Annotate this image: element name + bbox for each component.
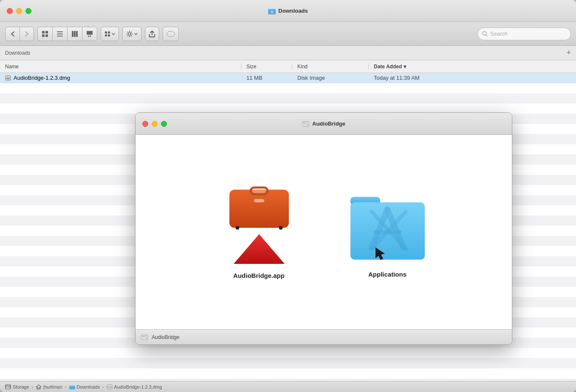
svg-point-27 bbox=[127, 31, 128, 32]
list-view-button[interactable] bbox=[52, 27, 67, 41]
dmg-window-title: AudioBridge bbox=[302, 120, 345, 127]
svg-point-22 bbox=[128, 33, 131, 35]
dmg-disk-icon bbox=[302, 121, 310, 127]
svg-point-24 bbox=[129, 36, 130, 36]
svg-rect-21 bbox=[108, 34, 110, 36]
svg-text:↓: ↓ bbox=[271, 11, 273, 14]
search-box[interactable]: Search bbox=[477, 28, 571, 40]
column-view-button[interactable] bbox=[67, 27, 82, 41]
col-header-date-added[interactable]: Date Added ▾ bbox=[369, 64, 576, 70]
group-sort-button[interactable] bbox=[101, 27, 119, 41]
forward-icon bbox=[25, 31, 29, 37]
svg-rect-5 bbox=[42, 31, 45, 34]
svg-point-23 bbox=[129, 31, 130, 31]
col-header-name[interactable]: Name bbox=[0, 64, 241, 70]
breadcrumb-dmg[interactable]: DMG AudioBridge-1.2.3.dmg bbox=[107, 384, 162, 389]
path-bar-label: Downloads bbox=[5, 50, 30, 56]
audiobridge-app-item[interactable]: AudioBridge.app bbox=[221, 185, 297, 279]
finder-close-button[interactable] bbox=[7, 8, 13, 14]
dmg-icon-sm: DMG bbox=[107, 384, 113, 389]
finder-title-bar: ↓ Downloads bbox=[0, 0, 576, 22]
dmg-close-button[interactable] bbox=[142, 121, 148, 127]
svg-line-33 bbox=[486, 35, 487, 36]
svg-point-48 bbox=[308, 124, 309, 125]
dmg-maximize-button[interactable] bbox=[161, 121, 167, 127]
add-button[interactable]: + bbox=[566, 48, 571, 57]
dmg-content: AudioBridge.app bbox=[136, 135, 512, 329]
list-view-icon bbox=[56, 31, 63, 37]
svg-rect-16 bbox=[88, 36, 89, 37]
dmg-footer-label: AudioBridge bbox=[152, 334, 179, 340]
storage-icon bbox=[5, 384, 11, 389]
share-icon bbox=[149, 30, 155, 38]
finder-toolbar: Search bbox=[0, 22, 576, 46]
svg-point-25 bbox=[127, 33, 127, 34]
icon-view-button[interactable] bbox=[37, 27, 52, 41]
gear-icon bbox=[126, 31, 133, 37]
svg-marker-56 bbox=[234, 234, 285, 264]
svg-rect-67 bbox=[141, 335, 148, 340]
breadcrumb-sep-2: › bbox=[65, 384, 67, 389]
gallery-view-button[interactable] bbox=[82, 27, 97, 41]
svg-marker-39 bbox=[36, 385, 41, 389]
dmg-traffic-lights bbox=[142, 121, 167, 127]
dmg-window: AudioBridge bbox=[135, 112, 512, 345]
finder-minimize-button[interactable] bbox=[16, 8, 22, 14]
svg-rect-19 bbox=[108, 31, 110, 34]
svg-rect-17 bbox=[90, 36, 91, 37]
svg-point-30 bbox=[127, 35, 128, 36]
applications-folder-item[interactable]: Applications bbox=[348, 186, 427, 278]
breadcrumb-user[interactable]: jhurliman bbox=[36, 384, 62, 390]
svg-point-29 bbox=[131, 31, 132, 32]
svg-rect-20 bbox=[105, 34, 107, 36]
svg-rect-8 bbox=[45, 34, 48, 37]
breadcrumb-storage[interactable]: Storage bbox=[5, 384, 29, 389]
svg-rect-11 bbox=[57, 36, 63, 36]
svg-rect-70 bbox=[142, 336, 144, 337]
dmg-footer: AudioBridge bbox=[136, 329, 512, 344]
svg-rect-12 bbox=[72, 31, 73, 37]
home-icon bbox=[36, 384, 42, 390]
search-icon bbox=[482, 31, 488, 36]
svg-rect-6 bbox=[45, 31, 48, 34]
svg-point-26 bbox=[132, 33, 133, 34]
svg-rect-53 bbox=[254, 199, 264, 202]
svg-rect-10 bbox=[57, 34, 63, 34]
svg-rect-9 bbox=[57, 31, 63, 32]
dmg-file-icon: DMG bbox=[5, 75, 11, 81]
svg-point-38 bbox=[9, 387, 10, 388]
svg-rect-15 bbox=[87, 31, 93, 35]
svg-rect-31 bbox=[167, 31, 175, 36]
finder-traffic-lights bbox=[7, 8, 31, 14]
breadcrumb-downloads[interactable]: Downloads bbox=[69, 384, 100, 390]
file-date-cell: Today at 11:39 AM bbox=[369, 75, 576, 81]
dmg-minimize-button[interactable] bbox=[152, 121, 158, 127]
audiobridge-app-label: AudioBridge.app bbox=[233, 272, 285, 279]
file-size-cell: 11 MB bbox=[241, 75, 292, 81]
action-button[interactable] bbox=[122, 27, 141, 41]
status-bar: Storage › jhurliman › Downloads › DMG bbox=[0, 381, 576, 392]
finder-maximize-button[interactable] bbox=[25, 8, 31, 14]
arrow-cursor-icon bbox=[375, 246, 387, 260]
tag-icon bbox=[167, 31, 175, 37]
svg-point-28 bbox=[131, 35, 132, 36]
table-row[interactable]: DMG AudioBridge-1.2.3.dmg 11 MB Disk Ima… bbox=[0, 73, 576, 83]
back-button[interactable] bbox=[5, 27, 20, 41]
tag-button[interactable] bbox=[163, 27, 179, 41]
breadcrumb-sep-1: › bbox=[32, 384, 34, 389]
breadcrumb-sep-3: › bbox=[102, 384, 104, 389]
sort-indicator: ▾ bbox=[404, 64, 406, 70]
finder-title-text: Downloads bbox=[278, 8, 308, 14]
grid-icon bbox=[104, 31, 110, 37]
col-header-size[interactable]: Size bbox=[241, 64, 292, 70]
svg-text:DMG: DMG bbox=[107, 386, 111, 388]
share-button[interactable] bbox=[145, 27, 159, 41]
svg-rect-43 bbox=[69, 386, 75, 389]
search-placeholder: Search bbox=[490, 31, 508, 37]
svg-rect-7 bbox=[42, 34, 45, 37]
col-header-kind[interactable]: Kind bbox=[292, 64, 369, 70]
svg-rect-52 bbox=[252, 189, 266, 193]
svg-text:DMG: DMG bbox=[6, 77, 11, 80]
audiobridge-app-icon bbox=[221, 185, 297, 266]
forward-button[interactable] bbox=[20, 27, 34, 41]
